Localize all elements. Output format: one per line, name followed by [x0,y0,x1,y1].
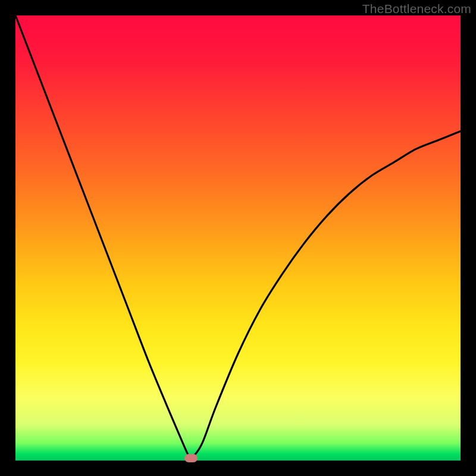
minimum-marker [184,454,198,462]
plot-area [15,15,461,461]
watermark-text: TheBottleneck.com [362,2,471,16]
bottleneck-curve [15,15,461,461]
chart-frame: TheBottleneck.com [0,0,476,476]
